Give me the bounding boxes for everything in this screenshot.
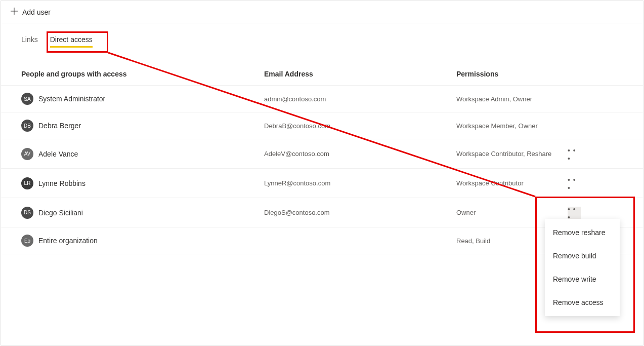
permissions-context-menu: Remove reshare Remove build Remove write… xyxy=(545,219,620,316)
add-user-button[interactable]: Add user xyxy=(10,7,51,17)
cell-name: SASystem Administrator xyxy=(21,93,264,105)
user-name: Diego Siciliani xyxy=(38,209,83,217)
user-name: Debra Berger xyxy=(38,122,81,130)
cell-email: DebraB@contoso.com xyxy=(264,122,456,130)
cell-name: DBDebra Berger xyxy=(21,120,264,132)
cell-email: admin@contoso.com xyxy=(264,95,456,103)
tabs: Links Direct access xyxy=(1,23,643,48)
cell-name: LRLynne Robbins xyxy=(21,177,264,189)
table-row: AVAdele VanceAdeleV@contoso.comWorkspace… xyxy=(1,139,643,169)
cell-permissions: Workspace Contributor, Reshare xyxy=(456,150,568,158)
column-header-permissions: Permissions xyxy=(456,70,623,78)
cell-actions: • • • xyxy=(568,146,588,161)
menu-remove-build[interactable]: Remove build xyxy=(545,244,620,267)
table-row: SASystem Administratoradmin@contoso.comW… xyxy=(1,86,643,112)
tab-direct-access[interactable]: Direct access xyxy=(50,35,93,48)
user-name: System Administrator xyxy=(38,95,105,103)
cell-permissions: Workspace Contributor xyxy=(456,179,568,187)
avatar: LR xyxy=(21,177,33,189)
ellipsis-icon: • • • xyxy=(568,176,581,192)
tab-links[interactable]: Links xyxy=(21,35,38,48)
user-name: Entire organization xyxy=(38,237,98,245)
column-header-name: People and groups with access xyxy=(21,70,264,78)
user-name: Lynne Robbins xyxy=(38,179,85,187)
menu-remove-access[interactable]: Remove access xyxy=(545,291,620,314)
avatar: DS xyxy=(21,207,33,219)
more-options-button[interactable]: • • • xyxy=(568,207,581,220)
table-row: LRLynne RobbinsLynneR@contoso.comWorkspa… xyxy=(1,169,643,198)
toolbar: Add user xyxy=(1,1,643,23)
cell-permissions: Owner xyxy=(456,209,568,216)
cell-permissions: Workspace Admin, Owner xyxy=(456,95,568,103)
avatar: AV xyxy=(21,148,33,160)
user-name: Adele Vance xyxy=(38,150,78,158)
column-header-email: Email Address xyxy=(264,70,456,78)
cell-email: AdeleV@contoso.com xyxy=(264,150,456,158)
table-header-row: People and groups with access Email Addr… xyxy=(1,48,643,86)
cell-email: LynneR@contoso.com xyxy=(264,179,456,187)
cell-email: DiegoS@contoso.com xyxy=(264,209,456,216)
cell-name: EoEntire organization xyxy=(21,235,264,247)
cell-name: DSDiego Siciliani xyxy=(21,207,264,219)
plus-icon xyxy=(10,7,18,17)
table-row: DBDebra BergerDebraB@contoso.comWorkspac… xyxy=(1,112,643,139)
avatar: DB xyxy=(21,120,33,132)
cell-name: AVAdele Vance xyxy=(21,148,264,160)
ellipsis-icon: • • • xyxy=(568,146,581,163)
more-options-button[interactable]: • • • xyxy=(568,148,581,161)
avatar: Eo xyxy=(21,235,33,247)
avatar: SA xyxy=(21,93,33,105)
cell-permissions: Workspace Member, Owner xyxy=(456,122,568,130)
add-user-label: Add user xyxy=(22,8,51,16)
menu-remove-write[interactable]: Remove write xyxy=(545,267,620,291)
menu-remove-reshare[interactable]: Remove reshare xyxy=(545,221,620,244)
cell-actions: • • • xyxy=(568,205,588,220)
cell-actions: • • • xyxy=(568,176,588,190)
more-options-button[interactable]: • • • xyxy=(568,177,581,190)
